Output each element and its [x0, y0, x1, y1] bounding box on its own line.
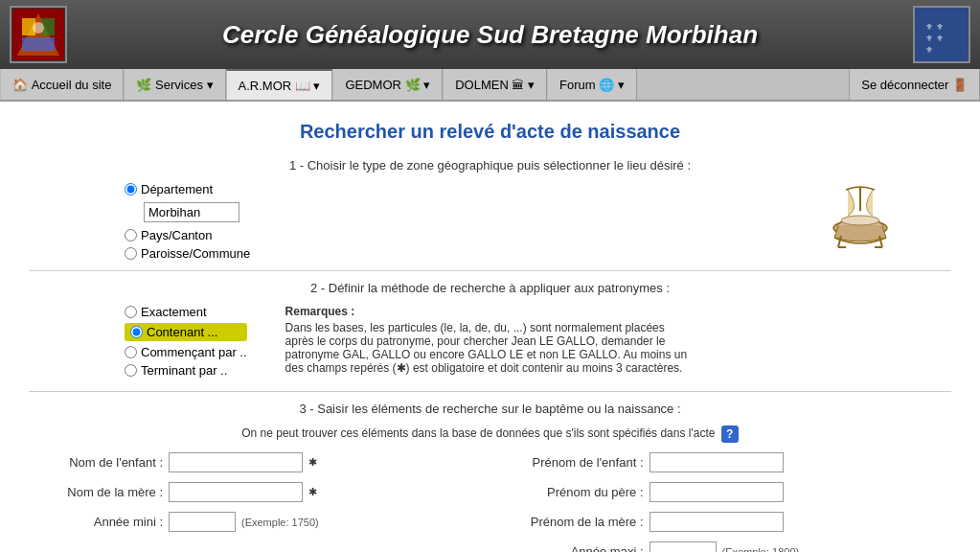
step2-label: 2 - Définir la méthode de recherche à ap… — [29, 281, 951, 295]
site-title: Cercle Généalogique Sud Bretagne Morbiha… — [67, 20, 913, 50]
form-left: Nom de l'enfant : ✱ Nom de la mère : ✱ A… — [48, 452, 471, 552]
geo-section: Département Pays/Canton Paroisse/Commune — [29, 182, 951, 261]
svg-point-14 — [841, 216, 879, 225]
mere-nom-label: Nom de la mère : — [48, 485, 163, 499]
nav-accueil[interactable]: 🏠 Accueil du site — [0, 69, 124, 100]
annee-maxi-label: Année maxi : — [510, 544, 644, 552]
commencant-radio-label[interactable]: Commençant par .. — [125, 345, 247, 359]
logo-right: ⚜ ⚜ ⚜ ⚜ ⚜ — [913, 6, 970, 63]
terminant-label: Terminant par .. — [141, 363, 227, 378]
header: Cercle Généalogique Sud Bretagne Morbiha… — [0, 0, 980, 69]
paroisse-commune-label: Paroisse/Commune — [141, 246, 250, 261]
mere-prenom-label: Prénom de la mère : — [510, 515, 644, 529]
annee-mini-input[interactable] — [169, 512, 236, 532]
departement-radio[interactable] — [125, 183, 137, 196]
pere-prenom-row: Prénom du père : — [510, 482, 933, 502]
svg-text:⚜: ⚜ — [925, 45, 933, 55]
commencant-label: Commençant par .. — [141, 345, 247, 359]
remarques-text: Dans les bases, les particules (le, la, … — [285, 321, 688, 375]
departement-label: Département — [141, 182, 213, 196]
terminant-radio[interactable] — [125, 364, 137, 377]
logout-icon: 🚪 — [952, 78, 968, 92]
pays-canton-label: Pays/Canton — [141, 228, 212, 242]
enfant-nom-label: Nom de l'enfant : — [48, 455, 163, 470]
enfant-prenom-label: Prénom de l'enfant : — [510, 455, 644, 470]
pays-canton-radio-label[interactable]: Pays/Canton — [125, 228, 250, 242]
step3-label: 3 - Saisir les éléments de recherche sur… — [29, 402, 951, 416]
help-button[interactable]: ? — [721, 426, 739, 443]
mere-prenom-row: Prénom de la mère : — [510, 512, 933, 532]
enfant-nom-input[interactable] — [169, 452, 303, 472]
method-section: Exactement Contenant ... Commençant par … — [29, 305, 951, 378]
commencant-radio[interactable] — [125, 346, 137, 358]
step3-note: On ne peut trouver ces éléments dans la … — [29, 426, 951, 443]
step1-label: 1 - Choisir le type de zone géographique… — [29, 158, 951, 172]
departement-radio-label[interactable]: Département — [125, 182, 250, 196]
annee-maxi-example: (Exemple: 1800) — [722, 546, 800, 553]
pere-prenom-label: Prénom du père : — [510, 485, 644, 499]
contenant-label: Contenant ... — [147, 325, 217, 339]
pays-canton-radio[interactable] — [125, 229, 137, 242]
home-icon: 🏠 — [12, 78, 28, 92]
bassinet-illustration — [827, 182, 894, 252]
form-right: Prénom de l'enfant : Prénom du père : Pr… — [510, 452, 933, 552]
exactement-label: Exactement — [141, 305, 207, 319]
page-title: Rechercher un relevé d'acte de naissance — [29, 121, 951, 143]
paroisse-commune-radio-label[interactable]: Paroisse/Commune — [125, 246, 250, 261]
nav-dolmen[interactable]: DOLMEN 🏛 ▾ — [443, 69, 547, 100]
nav-forum[interactable]: Forum 🌐 ▾ — [547, 69, 637, 100]
svg-point-5 — [33, 22, 44, 34]
mere-nom-required: ✱ — [308, 486, 317, 498]
dolmen-icon: 🏛 — [512, 78, 524, 92]
nav-logout[interactable]: Se déconnecter 🚪 — [849, 69, 980, 100]
annee-maxi-input[interactable] — [650, 541, 717, 552]
svg-text:⚜ ⚜: ⚜ ⚜ — [925, 34, 944, 43]
annee-mini-example: (Exemple: 1750) — [241, 517, 319, 528]
method-radios: Exactement Contenant ... Commençant par … — [125, 305, 247, 378]
enfant-nom-row: Nom de l'enfant : ✱ — [48, 452, 471, 472]
annee-mini-row: Année mini : (Exemple: 1750) — [48, 512, 471, 532]
svg-text:⚜ ⚜: ⚜ ⚜ — [925, 22, 944, 32]
enfant-prenom-input[interactable] — [650, 452, 784, 472]
contenant-radio[interactable] — [130, 326, 143, 338]
annee-maxi-row: Année maxi : (Exemple: 1800) — [510, 541, 933, 552]
services-icon: 🌿 — [136, 78, 151, 92]
gedmor-icon: 🌿 — [405, 78, 421, 92]
book-icon: 📖 — [295, 79, 310, 93]
navbar: 🏠 Accueil du site 🌿 Services ▾ A.R.MOR 📖… — [0, 69, 980, 102]
terminant-radio-label[interactable]: Terminant par .. — [125, 363, 247, 378]
mere-nom-input[interactable] — [169, 482, 303, 502]
logo-left — [10, 6, 67, 63]
exactement-radio-label[interactable]: Exactement — [125, 305, 247, 319]
pere-prenom-input[interactable] — [650, 482, 784, 502]
svg-rect-4 — [22, 37, 55, 51]
remarques-title: Remarques : — [285, 305, 688, 318]
enfant-nom-required: ✱ — [308, 456, 317, 469]
mere-nom-row: Nom de la mère : ✱ — [48, 482, 471, 502]
departement-input[interactable] — [144, 202, 239, 222]
geo-radios: Département Pays/Canton Paroisse/Commune — [125, 182, 250, 261]
mere-prenom-input[interactable] — [650, 512, 784, 532]
contenant-radio-label[interactable]: Contenant ... — [125, 323, 247, 341]
enfant-prenom-row: Prénom de l'enfant : — [510, 452, 933, 472]
nav-gedmor[interactable]: GEDMOR 🌿 ▾ — [332, 69, 443, 100]
paroisse-commune-radio[interactable] — [125, 247, 137, 260]
main-content: Rechercher un relevé d'acte de naissance… — [0, 102, 980, 552]
nav-services[interactable]: 🌿 Services ▾ — [124, 69, 225, 100]
exactement-radio[interactable] — [125, 306, 137, 318]
remarques-box: Remarques : Dans les bases, les particul… — [285, 305, 688, 375]
forum-icon: 🌐 — [599, 78, 614, 92]
form-section: Nom de l'enfant : ✱ Nom de la mère : ✱ A… — [29, 452, 951, 552]
nav-armor[interactable]: A.R.MOR 📖 ▾ — [226, 69, 333, 100]
annee-mini-label: Année mini : — [48, 515, 163, 529]
method-options: Exactement Contenant ... Commençant par … — [125, 305, 951, 378]
